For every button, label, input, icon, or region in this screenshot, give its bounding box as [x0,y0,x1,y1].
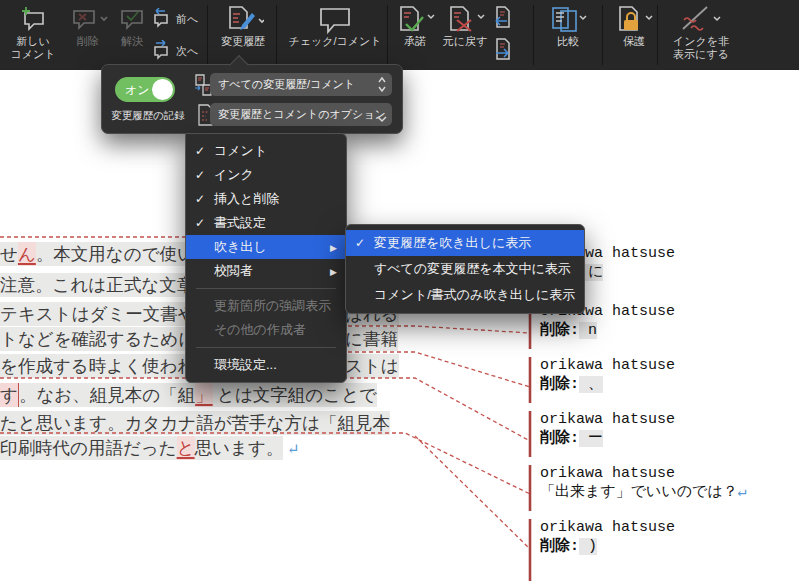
resolve-comment-label: 解決 [112,35,152,48]
group-divider [533,5,534,65]
protect-label: 保護 [608,35,660,48]
submenu-item-all-revisions-inline[interactable]: すべての変更履歴を本文中に表示 [346,256,584,282]
track-changes-toggle-label: 変更履歴の記録 [102,109,194,123]
hide-ink-icon [664,5,738,35]
revision-balloon[interactable]: orikawa hatsuse 削除: ー [540,410,675,449]
deletion-label: 削除: [540,538,579,555]
previous-comment-icon [150,8,172,30]
reviewer-name: orikawa hatsuse [540,518,675,537]
word-review-screen: せん。本文用なので使い 注意。これは正式な文章 テキストはダミー文書や ばれる … [0,0,799,581]
menu-item-comments[interactable]: ✓コメント [186,139,346,163]
submenu-item-revisions-in-balloons[interactable]: ✓変更履歴を吹き出しに表示 [346,230,584,256]
track-changes-popover: オン 変更履歴の記録 すべての変更履歴/コメント 変更履歴とコメントのオプション [101,64,403,134]
track-changes-icon [212,5,274,35]
deletion-label: 削除: [540,322,579,339]
check-comments-icon [286,5,384,35]
track-changes-toggle[interactable]: オン [115,77,175,102]
group-divider [207,5,208,65]
next-change-button[interactable] [492,38,512,64]
deleted-text: ) [579,538,597,555]
next-comment-label: 次へ [176,44,198,59]
delete-comment-icon [64,5,112,35]
reviewer-name: orikawa hatsuse [540,410,675,429]
markup-options-button[interactable]: 変更履歴とコメントのオプション [210,103,392,126]
protect-button[interactable]: 保護 [608,2,660,48]
menu-item-reviewers[interactable]: 校閲者▶ [186,259,346,283]
resolve-comment-icon [112,5,152,35]
compare-icon [540,5,596,35]
previous-change-button[interactable] [492,6,512,32]
accept-change-label: 承諾 [392,35,438,48]
balloons-submenu: ✓変更履歴を吹き出しに表示 すべての変更履歴を本文中に表示 コメント/書式のみ吹… [345,224,585,314]
reject-change-icon [440,5,490,35]
deletion-label: 削除: [540,376,579,393]
menu-item-balloons[interactable]: 吹き出し▶ [186,235,346,259]
new-comment-icon [4,5,62,35]
markup-display-select[interactable]: すべての変更履歴/コメント [210,73,392,96]
protect-icon [608,5,660,35]
toggle-knob [152,79,173,100]
deleted-text: n [579,322,597,339]
menu-item-preferences[interactable]: 環境設定... [186,353,346,377]
previous-comment-label: 前へ [176,12,198,27]
deletion-label: 削除: [540,430,579,447]
comment-text: 「出来ます」でいいのでは？ [540,484,738,501]
markup-display-value: すべての変更履歴/コメント [218,78,355,90]
revision-balloon[interactable]: orikawa hatsuse 削除: ) [540,518,675,557]
select-stepper-icon [377,74,387,103]
accept-change-button[interactable]: 承諾 [392,2,438,48]
new-comment-button[interactable]: 新しい コメント [4,2,62,61]
menu-item-highlight-updates: 更新箇所の強調表示 [186,294,346,318]
comment-balloon[interactable]: orikawa hatsuse 「出来ます」でいいのでは？↵ [540,464,747,503]
checkmark-icon: ✓ [195,163,205,187]
checkmark-icon: ✓ [195,187,205,211]
checkmark-icon: ✓ [355,230,365,256]
track-changes-label: 変更履歴 [212,35,274,48]
previous-change-icon [492,6,512,32]
paragraph-return-mark: ↵ [738,484,747,501]
compare-label: 比較 [540,35,596,48]
menu-item-ink[interactable]: ✓インク [186,163,346,187]
group-divider [276,5,277,65]
deleted-text: ー [579,430,603,447]
menu-separator [196,288,336,289]
reject-change-label: 元に戻す [440,35,490,48]
check-comments-label: チェック/コメント [286,35,384,48]
delete-comment-button[interactable]: 削除 [64,2,112,48]
new-comment-label: 新しい [4,35,62,48]
compare-button[interactable]: 比較 [540,2,596,48]
menu-item-insertions-deletions[interactable]: ✓挿入と削除 [186,187,346,211]
group-divider [387,5,388,65]
track-changes-button[interactable]: 変更履歴 [212,2,274,48]
new-comment-label: コメント [4,48,62,61]
deleted-text: 、 [579,376,603,393]
checkmark-icon: ✓ [195,139,205,163]
check-comments-button[interactable]: チェック/コメント [286,2,384,48]
group-divider [602,5,603,65]
reviewer-name: orikawa hatsuse [540,464,747,483]
revision-balloon[interactable]: orikawa hatsuse 削除: 、 [540,356,675,395]
next-change-icon [492,38,512,64]
hide-ink-button[interactable]: インクを非 表示にする [664,2,738,61]
reject-change-button[interactable]: 元に戻す [440,2,490,48]
chevron-down-icon [377,108,387,131]
markup-options-menu: ✓コメント ✓インク ✓挿入と削除 ✓書式設定 吹き出し▶ 校閲者▶ 更新箇所の… [185,133,347,383]
menu-separator [196,347,336,348]
next-comment-icon [150,40,172,62]
reviewer-name: orikawa hatsuse [540,356,675,375]
submenu-item-comments-formatting-only[interactable]: コメント/書式のみ吹き出しに表示 [346,282,584,308]
next-comment-button[interactable]: 次へ [150,40,198,62]
menu-item-formatting[interactable]: ✓書式設定 [186,211,346,235]
resolve-comment-button[interactable]: 解決 [112,2,152,48]
review-ribbon: 新しい コメント 削除 解決 前へ 次へ [0,0,799,70]
accept-change-icon [392,5,438,35]
toggle-state-label: オン [125,82,150,99]
submenu-arrow-icon: ▶ [330,236,337,260]
hide-ink-label: インクを非 [664,35,738,48]
markup-options-label: 変更履歴とコメントのオプション [218,108,386,120]
checkmark-icon: ✓ [195,211,205,235]
submenu-arrow-icon: ▶ [330,260,337,284]
previous-comment-button[interactable]: 前へ [150,8,198,30]
hide-ink-label: 表示にする [664,48,738,61]
menu-item-other-authors: その他の作成者 [186,318,346,342]
